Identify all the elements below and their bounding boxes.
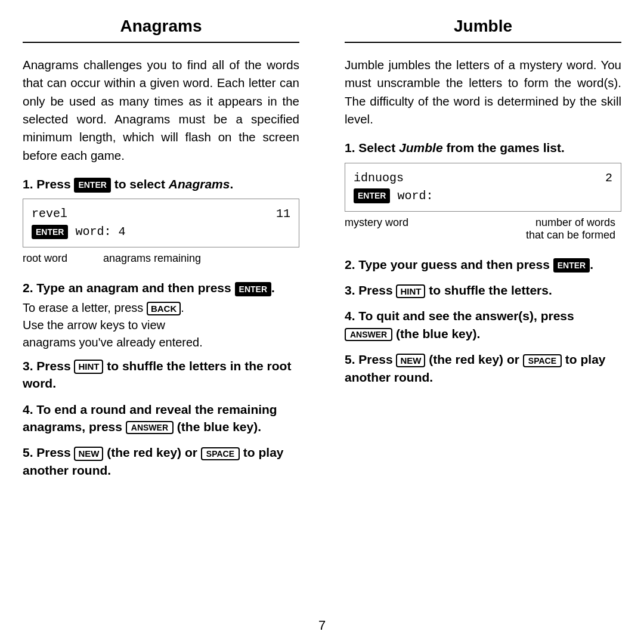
page: Anagrams Anagrams challenges you to find… <box>0 0 644 644</box>
enter-key-badge: ENTER <box>74 178 110 192</box>
box-word-label: word: 4 <box>75 225 125 239</box>
jumble-game-box: idnuogs 2 ENTER word: <box>345 163 621 212</box>
box-top: revel 11 <box>32 205 290 223</box>
page-number: 7 <box>0 612 644 644</box>
jumble-word-label: word: <box>397 189 433 203</box>
jumble-step-1: 1. Select Jumble from the games list. id… <box>345 139 621 249</box>
jumble-box-top: idnuogs 2 <box>354 169 612 187</box>
anagrams-column: Anagrams Anagrams challenges you to find… <box>0 0 322 612</box>
hint-key-step3: HINT <box>74 360 103 374</box>
jumble-step-1-title: 1. Select Jumble from the games list. <box>345 139 621 156</box>
jumble-box-labels: mystery word number of wordsthat can be … <box>345 216 621 242</box>
jumble-step-5: 5. Press NEW (the red key) or SPACE to p… <box>345 351 621 388</box>
jumble-step-4: 4. To quit and see the answer(s), press … <box>345 307 621 345</box>
jumble-step-2: 2. Type your guess and then press ENTER. <box>345 256 621 275</box>
anagrams-step-1-title: 1. Press ENTER to select Anagrams. <box>23 175 299 193</box>
anagrams-box-labels: root word anagrams remaining <box>23 252 299 265</box>
anagrams-step-5-title: 5. Press NEW (the red key) or SPACE to p… <box>23 444 299 479</box>
jumble-enter-line: ENTER word: <box>354 187 612 205</box>
label-mystery-word: mystery word <box>345 216 408 242</box>
jumble-enter-key: ENTER <box>354 188 390 203</box>
enter-key-jumble-step2: ENTER <box>553 258 590 273</box>
label-root-word: root word <box>23 252 67 265</box>
jumble-header: Jumble <box>345 17 621 43</box>
anagrams-step-2-body: To erase a letter, press BACK. Use the a… <box>23 299 299 351</box>
answer-key-step4: ANSWER <box>126 421 174 434</box>
anagrams-intro: Anagrams challenges you to find all of t… <box>23 56 299 165</box>
new-key-step5: NEW <box>74 447 103 461</box>
box-enter-line: ENTER word: 4 <box>32 223 290 241</box>
anagrams-step-2: 2. Type an anagram and then press ENTER.… <box>23 279 299 351</box>
jumble-count: 2 <box>605 169 612 187</box>
anagrams-step-4: 4. To end a round and reveal the remaini… <box>23 401 299 438</box>
enter-key-box: ENTER <box>32 225 68 239</box>
space-key-step5: SPACE <box>201 447 240 460</box>
columns: Anagrams Anagrams challenges you to find… <box>0 0 644 612</box>
back-key: BACK <box>147 302 181 316</box>
jumble-step-2-title: 2. Type your guess and then press ENTER. <box>345 256 621 273</box>
enter-key-step2: ENTER <box>235 282 271 296</box>
jumble-step-4-title: 4. To quit and see the answer(s), press … <box>345 307 621 342</box>
jumble-intro: Jumble jumbles the letters of a mystery … <box>345 56 621 128</box>
label-anagrams-remaining: anagrams remaining <box>103 252 201 265</box>
anagrams-step-5: 5. Press NEW (the red key) or SPACE to p… <box>23 444 299 481</box>
answer-key-jumble-step4: ANSWER <box>345 328 392 341</box>
jumble-step-3: 3. Press HINT to shuffle the letters. <box>345 281 621 301</box>
jumble-mystery-word: idnuogs <box>354 169 404 187</box>
step-1-number: 1. Press <box>23 177 74 191</box>
space-key-jumble-step5: SPACE <box>523 354 562 367</box>
box-count: 11 <box>276 205 290 223</box>
anagrams-header: Anagrams <box>23 17 299 43</box>
anagrams-game-box: revel 11 ENTER word: 4 <box>23 199 299 247</box>
anagrams-step-3: 3. Press HINT to shuffle the letters in … <box>23 357 299 395</box>
hint-key-jumble-step3: HINT <box>396 284 425 299</box>
step-1-text: to select Anagrams. <box>111 177 233 191</box>
new-key-jumble-step5: NEW <box>396 354 425 368</box>
box-root-word: revel <box>32 205 67 223</box>
anagrams-step-3-title: 3. Press HINT to shuffle the letters in … <box>23 357 299 392</box>
jumble-step-5-title: 5. Press NEW (the red key) or SPACE to p… <box>345 351 621 386</box>
anagrams-step-2-title: 2. Type an anagram and then press ENTER. <box>23 279 299 296</box>
anagrams-step-1: 1. Press ENTER to select Anagrams. revel… <box>23 175 299 273</box>
anagrams-step-4-title: 4. To end a round and reveal the remaini… <box>23 401 299 436</box>
jumble-column: Jumble Jumble jumbles the letters of a m… <box>322 0 644 612</box>
label-words-formed: number of wordsthat can be formed <box>526 216 615 242</box>
jumble-step-3-title: 3. Press HINT to shuffle the letters. <box>345 281 621 299</box>
